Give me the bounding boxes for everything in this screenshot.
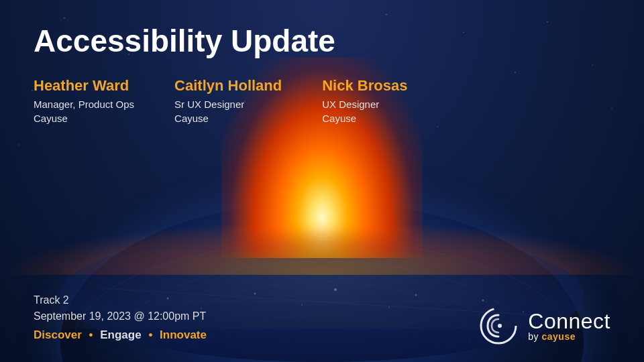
speaker-3-company: Cayuse [322, 113, 407, 124]
speaker-1-company: Cayuse [34, 113, 134, 124]
bottom-section: Track 2 September 19, 2023 @ 12:00pm PT … [34, 292, 207, 342]
track-info: Track 2 September 19, 2023 @ 12:00pm PT [34, 292, 207, 324]
speaker-1: Heather Ward Manager, Product Ops Cayuse [34, 77, 134, 124]
tagline-discover: Discover [34, 328, 82, 341]
tagline-dot-1: • [89, 328, 93, 341]
speaker-3: Nick Brosas UX Designer Cayuse [322, 77, 407, 124]
speaker-3-name: Nick Brosas [322, 77, 407, 95]
logo-cayuse: cayuse [542, 331, 576, 342]
speaker-3-role: UX Designer [322, 97, 407, 111]
speaker-1-role: Manager, Product Ops [34, 97, 134, 111]
tagline: Discover • Engage • Innovate [34, 328, 207, 342]
tagline-innovate: Innovate [160, 328, 207, 341]
speaker-2: Caitlyn Holland Sr UX Designer Cayuse [174, 77, 282, 124]
tagline-dot-2: • [148, 328, 152, 341]
tagline-engage: Engage [100, 328, 141, 341]
logo-connect-text: Connect [528, 310, 610, 332]
track-label: Track 2 [34, 294, 69, 306]
speakers-row: Heather Ward Manager, Product Ops Cayuse… [34, 77, 610, 124]
logo-text: Connect by cayuse [528, 310, 610, 341]
speaker-2-company: Cayuse [174, 113, 282, 124]
cayuse-logo-icon [478, 306, 519, 346]
speaker-2-name: Caitlyn Holland [174, 77, 282, 95]
logo-by: by [528, 331, 539, 342]
date-label: September 19, 2023 @ 12:00pm PT [34, 310, 206, 322]
slide: Accessibility Update Heather Ward Manage… [0, 0, 644, 362]
page-title: Accessibility Update [34, 24, 610, 58]
logo-by-cayuse-text: by cayuse [528, 332, 576, 341]
svg-point-16 [498, 324, 502, 328]
speaker-1-name: Heather Ward [34, 77, 134, 95]
logo-section: Connect by cayuse [478, 306, 610, 346]
speaker-2-role: Sr UX Designer [174, 97, 282, 111]
